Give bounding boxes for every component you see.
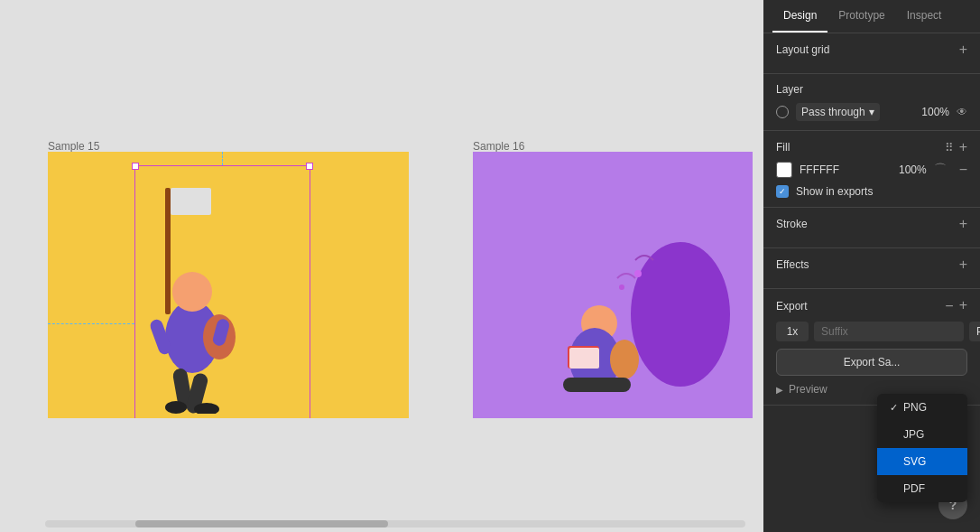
tab-prototype[interactable]: Prototype: [827, 0, 895, 33]
jpg-label: JPG: [903, 428, 924, 441]
format-option-svg[interactable]: ✓ SVG: [877, 448, 967, 475]
blend-mode-select[interactable]: Pass through ▾: [796, 103, 880, 121]
layout-grid-label: Layout grid: [776, 43, 829, 56]
svg-rect-16: [569, 348, 599, 369]
checkmark-icon: ✓: [779, 187, 786, 196]
export-controls: − +: [945, 298, 967, 314]
svg-point-20: [619, 285, 624, 290]
blend-mode-value: Pass through: [801, 106, 865, 118]
fill-label: Fill: [776, 141, 790, 154]
right-panel: Design Prototype Inspect Layout grid + L…: [763, 0, 980, 532]
dashed-v-line: [222, 152, 223, 165]
format-option-jpg[interactable]: ✓ JPG: [877, 421, 967, 448]
blend-mode-chevron: ▾: [869, 106, 874, 118]
fill-color-swatch[interactable]: [776, 162, 792, 178]
export-row: PNG •••: [776, 322, 967, 341]
jpg-check-icon: ✓: [890, 429, 898, 441]
png-check-icon: ✓: [890, 402, 898, 414]
layer-opacity-value[interactable]: 100%: [921, 106, 949, 118]
export-label: Export: [776, 300, 808, 313]
svg-point-17: [610, 340, 639, 379]
handle-tl[interactable]: [132, 163, 139, 170]
stroke-header: Stroke +: [776, 217, 967, 231]
layout-grid-section: Layout grid +: [763, 33, 980, 74]
export-minus-btn[interactable]: −: [945, 298, 953, 314]
show-in-exports-row: ✓ Show in exports: [776, 185, 967, 198]
svg-point-9: [165, 401, 187, 414]
blend-circle-icon: [776, 106, 789, 118]
layout-grid-header: Layout grid +: [776, 42, 967, 57]
show-in-exports-checkbox[interactable]: ✓: [776, 185, 789, 198]
frame-2: [473, 152, 753, 418]
dashed-h-line: [48, 323, 134, 324]
layer-row: Pass through ▾ 100% 👁: [776, 103, 967, 121]
layer-visibility-icon[interactable]: 👁: [957, 106, 967, 118]
pdf-label: PDF: [903, 482, 925, 495]
show-in-exports-label: Show in exports: [796, 185, 873, 198]
fill-remove-btn[interactable]: −: [959, 162, 967, 178]
preview-arrow-icon: ▶: [776, 385, 783, 395]
format-option-pdf[interactable]: ✓ PDF: [877, 475, 967, 502]
tab-inspect[interactable]: Inspect: [896, 0, 953, 33]
pdf-check-icon: ✓: [890, 483, 898, 495]
stroke-add-btn[interactable]: +: [959, 217, 967, 231]
export-scale-input[interactable]: [776, 322, 809, 341]
svg-point-11: [631, 242, 730, 387]
effects-add-btn[interactable]: +: [959, 257, 967, 272]
character-figure-1: [93, 170, 273, 405]
fill-opacity-pct[interactable]: 100%: [899, 163, 927, 176]
fill-add-btn[interactable]: +: [959, 140, 967, 154]
stroke-section: Stroke +: [763, 208, 980, 248]
layer-label: Layer: [776, 83, 803, 96]
tab-design[interactable]: Design: [772, 0, 827, 33]
canvas-area[interactable]: Sample 15: [0, 0, 763, 532]
stroke-label: Stroke: [776, 218, 808, 230]
svg-rect-1: [171, 188, 211, 215]
effects-header: Effects +: [776, 257, 967, 272]
fill-options-icon[interactable]: ⠿: [945, 141, 954, 154]
sample-15-label: Sample 15: [48, 140, 99, 153]
export-format-value: PNG: [976, 325, 980, 338]
effects-section: Effects +: [763, 248, 980, 289]
export-format-select[interactable]: PNG: [969, 322, 980, 341]
format-dropdown: ✓ PNG ✓ JPG ✓ SVG ✓ PDF: [877, 394, 967, 502]
svg-check-icon: ✓: [890, 456, 898, 468]
png-label: PNG: [903, 401, 927, 414]
frame-1: 1520 × 2703: [48, 152, 409, 418]
sample-16-label: Sample 16: [473, 140, 524, 153]
h-scrollbar-thumb[interactable]: [135, 520, 388, 527]
layer-section: Layer Pass through ▾ 100% 👁: [763, 74, 980, 131]
tab-bar: Design Prototype Inspect: [763, 0, 980, 33]
h-scrollbar[interactable]: [45, 520, 745, 527]
layout-grid-add-btn[interactable]: +: [959, 42, 967, 57]
export-button[interactable]: Export Sa...: [776, 349, 967, 376]
effects-label: Effects: [776, 258, 809, 271]
svg-rect-0: [165, 188, 171, 314]
fill-section: Fill ⠿ + FFFFFF 100% ⌒ − ✓ Show in expor…: [763, 131, 980, 208]
preview-label: Preview: [789, 383, 827, 396]
svg-point-19: [634, 270, 642, 277]
character-figure-2: [500, 206, 735, 414]
fill-row: FFFFFF 100% ⌒ −: [776, 162, 967, 178]
format-option-png[interactable]: ✓ PNG: [877, 394, 967, 421]
export-header: Export − +: [776, 298, 967, 314]
fill-header: Fill ⠿ +: [776, 140, 967, 154]
svg-point-3: [172, 272, 212, 312]
export-add-btn[interactable]: +: [959, 298, 967, 314]
layer-header: Layer: [776, 83, 967, 96]
fill-expand-icon[interactable]: ⌒: [934, 162, 947, 178]
export-suffix-input[interactable]: [814, 322, 964, 341]
handle-tr[interactable]: [306, 163, 313, 170]
fill-hex-value[interactable]: FFFFFF: [800, 163, 839, 176]
svg-rect-18: [563, 378, 631, 392]
export-section: Export − + PNG ••• Export Sa... ▶ Previe…: [763, 289, 980, 406]
svg-label: SVG: [903, 455, 926, 468]
